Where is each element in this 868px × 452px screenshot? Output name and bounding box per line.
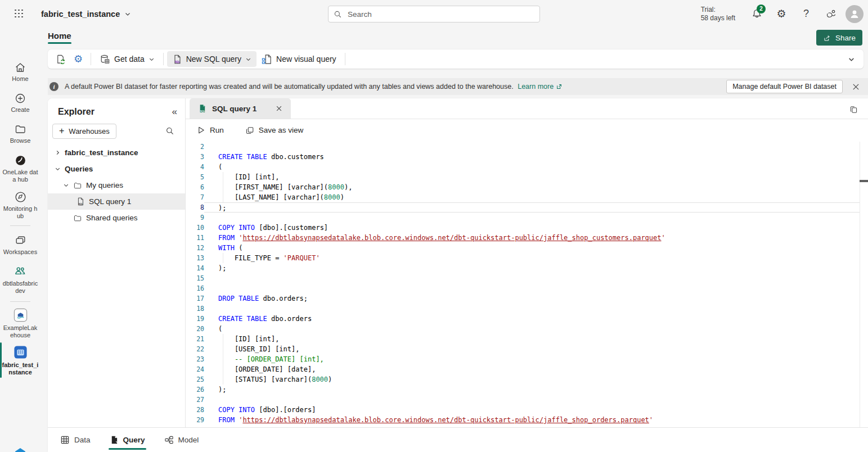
workspace-switcher[interactable]: fabric_test_instance [41, 10, 131, 19]
code-editor[interactable]: 23CREATE TABLE dbo.customers4(5 [ID] [in… [186, 142, 868, 427]
code-line[interactable]: 29FROM 'https://dbtlabsynapsedatalake.bl… [186, 415, 868, 425]
code-line[interactable]: 28COPY INTO [dbo].[orders] [186, 405, 868, 415]
scrollbar-track[interactable] [860, 142, 860, 427]
view-tab-query[interactable]: Query [104, 428, 151, 452]
rail-item-examplelakehouse[interactable]: ExampleLakehouse [0, 306, 41, 338]
rail-item-onelake-data-hub[interactable]: OneLake data hub [0, 153, 41, 183]
code-line[interactable]: 20( [186, 324, 868, 334]
line-number: 11 [186, 233, 204, 243]
rail-item-label: dbtlabsfabricdev [2, 280, 39, 294]
code-line[interactable]: 17DROP TABLE dbo.orders; [186, 293, 868, 304]
line-number: 28 [186, 405, 204, 415]
view-tab-model[interactable]: Model [159, 428, 205, 452]
code-line[interactable]: 9 [186, 213, 868, 223]
help-button[interactable]: ? [794, 2, 818, 26]
chevron-down-icon [124, 11, 131, 17]
view-switcher: Data Query Model [48, 427, 868, 452]
rail-item-workspaces[interactable]: Workspaces [0, 233, 41, 256]
settings-button[interactable]: ⚙ [769, 2, 794, 26]
code-line[interactable]: 22 [USER_ID] [int], [186, 344, 868, 354]
workspace-name: fabric_test_instance [41, 10, 120, 19]
query-tab[interactable]: SQL SQL query 1 [190, 98, 291, 119]
avatar[interactable] [845, 5, 863, 23]
rail-item-data-warehouse[interactable]: Data Warehouse [0, 445, 41, 452]
add-warehouses-button[interactable]: + Warehouses [52, 124, 116, 139]
refresh-button[interactable] [51, 51, 69, 67]
code-line[interactable]: 23 -- [ORDER_DATE] [int], [186, 354, 868, 364]
view-tab-label: Model [178, 436, 199, 444]
line-number: 3 [186, 152, 204, 162]
global-search[interactable] [328, 6, 540, 22]
waffle-menu-button[interactable] [10, 4, 29, 24]
code-line[interactable]: 19CREATE TABLE dbo.orders [186, 314, 868, 324]
search-icon [334, 10, 342, 19]
code-line[interactable]: 8); [186, 202, 868, 213]
code-line[interactable]: 18 [186, 304, 868, 314]
ribbon-toolbar: ⚙ Get data SQL New SQL query New visual … [48, 49, 863, 69]
trial-status: Trial: 58 days left [701, 6, 735, 22]
close-icon [276, 105, 282, 112]
code-line[interactable]: 7 [LAST_NAME] [varchar](8000) [186, 192, 868, 202]
code-line[interactable]: 25 [STATUS] [varchar](8000) [186, 374, 868, 385]
ribbon-collapse-button[interactable] [842, 51, 860, 67]
rail-item-label: Monitoring hub [2, 205, 39, 219]
rail-item-create[interactable]: Create [0, 91, 41, 114]
explorer-search-button[interactable] [161, 123, 178, 139]
rail-item-dbtlabsfabricdev[interactable]: dbtlabsfabricdev [0, 264, 41, 294]
tab-close-button[interactable] [273, 102, 285, 115]
code-line[interactable]: 16 [186, 283, 868, 293]
line-number: 27 [186, 395, 204, 405]
rail-item-home[interactable]: Home [0, 60, 41, 83]
code-line[interactable]: 15 [186, 273, 868, 283]
code-line[interactable]: 12WITH ( [186, 243, 868, 253]
view-tab-data[interactable]: Data [55, 428, 96, 452]
code-line[interactable]: 10COPY INTO [dbo].[customers] [186, 223, 868, 233]
tab-home[interactable]: Home [47, 28, 73, 46]
share-button[interactable]: Share [816, 30, 862, 46]
gear-icon: ⚙ [776, 8, 786, 19]
tree-item-shared-queries[interactable]: Shared queries [48, 210, 185, 226]
ribbon-tabs-row: Home Share [48, 28, 868, 48]
waffle-icon [15, 10, 24, 19]
tree-item-warehouse-root[interactable]: fabric_test_instance [48, 144, 185, 161]
run-button[interactable]: Run [194, 124, 227, 137]
new-visual-query-button[interactable]: New visual query [257, 51, 341, 67]
code-line[interactable]: 4( [186, 162, 868, 172]
code-line[interactable]: 27 [186, 395, 868, 405]
toolbar-divider [163, 53, 164, 65]
code-line[interactable]: 11FROM 'https://dbtlabsynapsedatalake.bl… [186, 233, 868, 243]
code-line[interactable]: 21 [ID] [int], [186, 334, 868, 344]
copy-button[interactable] [847, 103, 860, 116]
search-input[interactable] [347, 10, 534, 19]
code-line[interactable]: 14); [186, 263, 868, 273]
rail-item-fabric-test-instance[interactable]: fabric_test_instance [0, 343, 41, 376]
rail-item-monitoring-hub[interactable]: Monitoring hub [0, 189, 41, 219]
new-sql-query-button[interactable]: SQL New SQL query [167, 51, 257, 67]
rail-item-label: Home [2, 75, 39, 83]
code-line[interactable]: 13 FILE_TYPE = 'PARQUET' [186, 253, 868, 263]
code-line[interactable]: 24 [ORDER_DATE] [date], [186, 364, 868, 374]
get-data-button[interactable]: Get data [95, 51, 160, 67]
save-as-view-button[interactable]: Save as view [242, 124, 307, 137]
code-lines: 23CREATE TABLE dbo.customers4(5 [ID] [in… [186, 142, 868, 425]
code-line[interactable]: 6 [FIRST_NAME] [varchar](8000), [186, 182, 868, 192]
query-doc-icon [110, 435, 119, 445]
manage-dataset-button[interactable]: Manage default Power BI dataset [726, 80, 843, 93]
collapse-pane-icon[interactable]: « [172, 106, 177, 117]
banner-close-button[interactable] [848, 79, 863, 94]
notifications-button[interactable]: 2 [744, 2, 769, 26]
share-label: Share [835, 34, 856, 42]
feedback-button[interactable] [818, 2, 843, 26]
onelake-icon [14, 154, 27, 167]
code-line[interactable]: 26); [186, 385, 868, 395]
code-line[interactable]: 5 [ID] [int], [186, 172, 868, 182]
tree-item-my-queries[interactable]: My queries [48, 177, 185, 193]
code-line[interactable]: 2 [186, 142, 868, 152]
rail-item-browse[interactable]: Browse [0, 122, 41, 144]
line-number: 13 [186, 253, 204, 263]
query-settings-button[interactable]: ⚙ [69, 51, 87, 67]
tree-item-sql-query-1[interactable]: SQL SQL query 1 [48, 193, 185, 210]
tree-item-queries[interactable]: Queries [48, 161, 185, 177]
code-line[interactable]: 3CREATE TABLE dbo.customers [186, 152, 868, 162]
learn-more-link[interactable]: Learn more [518, 83, 563, 91]
